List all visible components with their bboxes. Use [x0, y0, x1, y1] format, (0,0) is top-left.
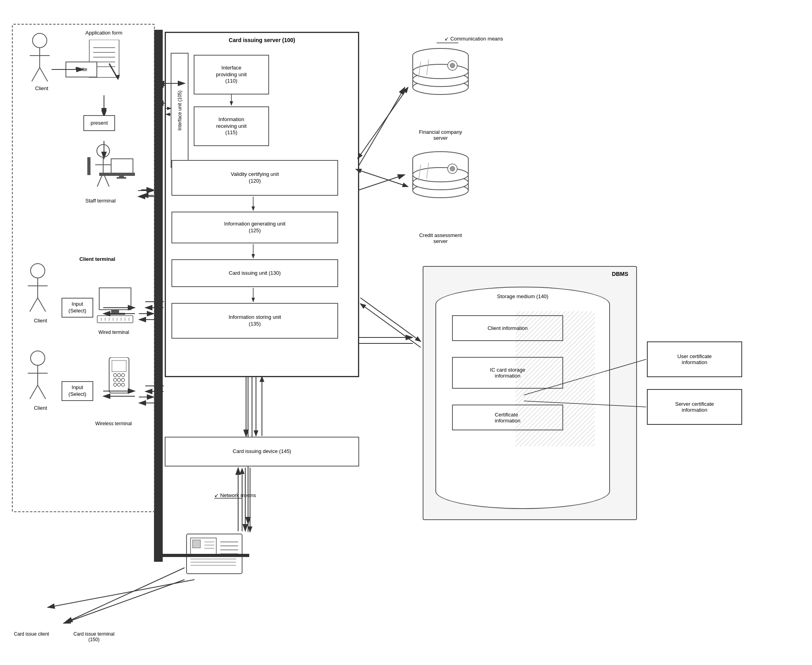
svg-rect-75: [112, 360, 126, 372]
information-receiving-box: Information receiving unit (115): [194, 106, 269, 146]
svg-line-134: [360, 87, 408, 155]
svg-point-79: [114, 378, 117, 382]
client-mid-person: [22, 262, 54, 314]
client-terminal-label: Client terminal: [79, 256, 115, 262]
network-means-text: Network means: [220, 492, 256, 498]
wired-terminal-visual: [95, 286, 143, 326]
input-select-box-1: Input (Select): [62, 298, 93, 318]
interface-providing-label: Interface providing unit (110): [216, 65, 246, 85]
svg-rect-64: [105, 313, 125, 315]
info-storing-label: Information storing unit (135): [229, 314, 281, 328]
svg-line-32: [32, 67, 40, 81]
dbms-box: DBMS Storage medium (140) Client informa…: [423, 266, 637, 520]
client-bot-label: Client: [29, 405, 52, 411]
svg-rect-3: [154, 30, 163, 562]
interface-providing-box: Interface providing unit (110): [194, 55, 269, 94]
svg-rect-143: [516, 311, 595, 446]
info-generating-box: Information generating unit (125): [171, 212, 338, 243]
svg-point-116: [413, 64, 468, 79]
card-issue-terminal-label: Card issue terminal (150): [73, 631, 114, 642]
present-box: present: [83, 115, 115, 131]
server-cert-box: Server certificate information: [647, 389, 742, 425]
svg-line-100: [63, 580, 185, 623]
svg-rect-50: [117, 177, 126, 179]
client-bot-person: [22, 349, 54, 401]
validity-certifying-label: Validity certifying unit (120): [231, 171, 279, 185]
input-select-1-label: Input (Select): [69, 301, 87, 314]
write-label: Write: [75, 66, 87, 73]
svg-point-120: [450, 63, 455, 68]
user-cert-box: User certificate information: [647, 341, 742, 377]
svg-point-42: [97, 145, 110, 157]
svg-point-127: [413, 168, 468, 182]
wired-terminal-label: Wired terminal: [98, 330, 129, 335]
card-issuing-device-box: Card issuing device (145): [165, 437, 359, 466]
write-box: Write: [65, 62, 97, 77]
dbms-title: DBMS: [612, 271, 628, 277]
interface-unit-label: Interface unit (105): [177, 91, 183, 131]
info-storing-box: Information storing unit (135): [171, 303, 338, 339]
financial-server-label: Financial company server: [409, 129, 472, 141]
card-issuing-server-title: Card issuing server (100): [229, 37, 295, 43]
svg-line-137: [360, 304, 421, 347]
storage-medium-label: Storage medium (140): [497, 293, 548, 299]
svg-point-80: [117, 378, 121, 382]
validity-certifying-box: Validity certifying unit (120): [171, 160, 338, 196]
application-form-label: Application form: [85, 30, 122, 36]
svg-rect-51: [87, 157, 90, 175]
card-issuing-server-box: Card issuing server (100) Interface unit…: [165, 32, 359, 377]
svg-line-61: [38, 385, 46, 399]
svg-point-29: [33, 33, 47, 48]
svg-line-60: [30, 385, 38, 399]
input-select-box-2: Input (Select): [62, 381, 93, 401]
staff-terminal-label: Staff terminal: [85, 198, 115, 204]
svg-point-57: [31, 351, 45, 365]
info-generating-label: Information generating unit (125): [224, 221, 286, 234]
svg-rect-62: [99, 288, 131, 310]
svg-point-82: [114, 383, 117, 386]
server-cert-label: Server certificate information: [675, 401, 714, 413]
input-select-2-label: Input (Select): [69, 384, 87, 398]
card-device-visual: [185, 532, 248, 611]
information-receiving-label: Information receiving unit (115): [216, 116, 247, 137]
hatch-pattern: [516, 311, 595, 446]
client-top-label: Client: [30, 85, 54, 91]
card-issuing-unit-label: Card issuing unit (130): [229, 270, 281, 277]
svg-line-163: [65, 568, 185, 623]
communication-means-text: Communication means: [450, 36, 503, 42]
svg-point-84: [121, 383, 125, 386]
storage-medium-outer: Storage medium (140) Client information …: [435, 287, 610, 509]
svg-point-81: [121, 378, 125, 382]
svg-point-52: [31, 264, 45, 278]
client-top-person: [24, 32, 56, 83]
card-issue-client-label: Card issue client: [14, 631, 49, 637]
svg-line-55: [30, 298, 38, 312]
wireless-terminal-visual: [101, 357, 137, 417]
svg-line-56: [38, 298, 46, 312]
svg-point-131: [450, 166, 455, 171]
communication-means-label: ↙ Communication means: [444, 36, 503, 42]
credit-server-visual: [409, 147, 472, 226]
svg-point-76: [114, 374, 117, 377]
card-issuing-unit-box: Card issuing unit (130): [171, 259, 338, 287]
svg-line-135: [360, 171, 408, 187]
user-cert-label: User certificate information: [677, 353, 712, 365]
network-means-label: ↙ Network means: [214, 492, 256, 498]
svg-line-33: [40, 67, 48, 81]
svg-point-77: [117, 374, 121, 377]
present-label: present: [90, 120, 108, 127]
svg-rect-48: [111, 159, 133, 174]
staff-terminal-visual: [79, 143, 139, 195]
interface-unit-box: Interface unit (105): [171, 53, 189, 168]
svg-rect-65: [97, 316, 133, 323]
credit-server-label: Credit assessment server: [409, 232, 472, 244]
svg-point-83: [117, 383, 121, 386]
svg-line-136: [360, 298, 421, 341]
svg-rect-92: [192, 540, 200, 548]
wireless-terminal-label: Wireless terminal: [95, 421, 132, 426]
svg-line-26: [48, 580, 194, 607]
financial-server-visual: [409, 44, 472, 123]
diagram-container: Client Application form Write present: [0, 0, 812, 665]
client-mid-label: Client: [29, 318, 52, 324]
card-issuing-device-label: Card issuing device (145): [233, 448, 291, 455]
